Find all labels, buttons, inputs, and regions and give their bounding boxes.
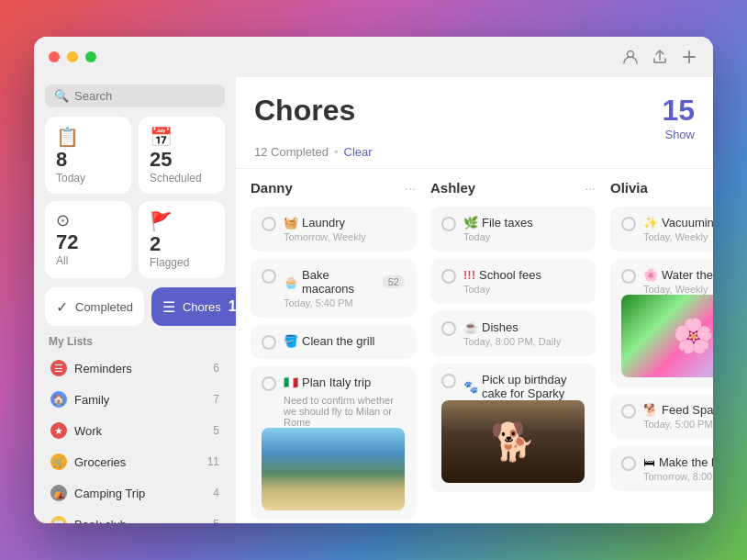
my-lists-header: My Lists [45,331,225,350]
dog-image: 🐕 [441,400,585,483]
task-sub: Today [463,231,533,242]
close-button[interactable] [49,51,60,62]
task-checkbox[interactable] [441,374,456,388]
task-title: Make the bed [659,455,713,469]
task-feed-sparky[interactable]: 🐕 Feed Sparky Today, 5:00 PM, Daily [610,394,713,439]
smart-card-today[interactable]: 📋 8 Today [45,117,131,194]
col-name-olivia: Olivia [610,180,648,196]
completed-item[interactable]: ✓ Completed [45,287,144,326]
column-ashley: Ashley ··· 🌿 File taxes Today [430,180,596,512]
task-checkbox[interactable] [262,269,276,284]
search-bar[interactable]: 🔍 [45,84,225,107]
list-item-family[interactable]: 🏠 Family 7 [45,386,225,412]
task-dishes[interactable]: ☕ Dishes Today, 8:00 PM, Daily [430,311,596,356]
camping-icon: ⛺ [50,485,67,501]
minimize-button[interactable] [67,51,78,62]
task-macarons[interactable]: 🧁 Bake macarons 52 Today, 5:40 PM [251,259,416,318]
chores-icon: ☰ [162,298,175,316]
task-sub: Tomorrow, Weekly [284,231,366,242]
task-emoji: ☕ [463,320,478,334]
content: 🔍 📋 8 Today 📅 25 Scheduled ⊙ 72 [34,77,713,523]
completed-chores-row: ✓ Completed ☰ Chores 15 😊 [45,287,225,326]
main-subtitle: 12 Completed • Clear [254,145,695,159]
today-label: Today [56,172,120,185]
task-water-plants[interactable]: 🌸 Water the plants Today, Weekly 🌸 [610,259,713,386]
completed-text: 12 Completed [254,145,329,159]
task-sub: Today, 8:00 PM, Daily [463,336,561,347]
col-menu-ashley[interactable]: ··· [585,181,596,196]
task-title: Vacuuming [662,216,713,230]
task-make-bed[interactable]: 🛏 Make the bed Tomorrow, 8:00 AM, Daily [610,446,713,491]
bookclub-label: Book club [74,518,206,524]
task-emoji: 🌿 [463,216,478,230]
main-title-row: Chores 15 Show [254,94,695,141]
scheduled-label: Scheduled [150,172,214,185]
clear-button[interactable]: Clear [344,145,373,159]
task-grill[interactable]: 🪣 Clean the grill [251,325,416,359]
task-italy[interactable]: 🇮🇹 Plan Italy trip Need to confirm wheth… [251,366,416,520]
task-vacuuming[interactable]: ✨ Vacuuming Today, Weekly [610,207,713,252]
list-item-bookclub[interactable]: 📖 Book club 5 [45,511,225,523]
smart-card-scheduled[interactable]: 📅 25 Scheduled [139,117,225,194]
reminders-label: Reminders [74,362,206,375]
task-title: Laundry [302,216,345,230]
task-birthday-cake[interactable]: 🐾 Pick up birthday cake for Sparky 🐕 [430,364,596,492]
task-title: Dishes [482,320,518,334]
task-checkbox[interactable] [621,456,636,471]
task-checkbox[interactable] [621,404,636,419]
titlebar-actions [621,48,698,66]
maximize-button[interactable] [85,51,96,62]
smart-card-flagged[interactable]: 🚩 2 Flagged [139,201,225,278]
task-title: Clean the grill [302,334,375,348]
smart-card-all[interactable]: ⊙ 72 All [45,201,131,278]
all-icon: ⊙ [56,210,120,230]
show-button[interactable]: Show [664,128,695,141]
task-checkbox[interactable] [262,376,276,391]
task-sub: Tomorrow, 8:00 AM, Daily [643,471,713,482]
bookclub-icon: 📖 [50,516,67,523]
search-input[interactable] [74,89,216,103]
add-icon[interactable] [680,48,698,66]
task-emoji: 🧁 [284,275,298,289]
flagged-count: 2 [150,234,214,254]
task-taxes[interactable]: 🌿 File taxes Today [430,207,596,252]
task-checkbox[interactable] [262,335,276,350]
task-checkbox[interactable] [441,321,456,336]
share-icon[interactable] [651,48,669,66]
camping-label: Camping Trip [74,487,206,500]
list-item-camping[interactable]: ⛺ Camping Trip 4 [45,480,225,506]
work-icon: ★ [50,422,67,439]
task-title: Bake macarons [302,268,379,296]
task-emoji: 🇮🇹 [284,375,298,389]
task-title: Feed Sparky [662,403,713,417]
task-emoji: 🧺 [284,216,298,230]
chores-count: 15 [229,298,236,315]
task-school-fees[interactable]: !!! School fees Today [430,259,596,304]
task-columns: Danny ··· 🧺 Laundry Tomorrow, Weekly [236,169,713,523]
chores-item[interactable]: ☰ Chores 15 😊 [151,287,236,326]
task-checkbox[interactable] [262,217,276,231]
col-header-danny: Danny ··· [251,180,416,196]
task-checkbox[interactable] [441,269,456,284]
task-emoji: ✨ [643,216,658,230]
task-title: Plan Italy trip [302,375,371,389]
search-icon: 🔍 [54,89,69,103]
list-item-groceries[interactable]: 🛒 Groceries 11 [45,449,225,475]
app-window: 🔍 📋 8 Today 📅 25 Scheduled ⊙ 72 [34,37,713,523]
task-laundry[interactable]: 🧺 Laundry Tomorrow, Weekly [251,207,416,252]
task-checkbox[interactable] [441,217,456,231]
task-checkbox[interactable] [621,269,636,284]
work-label: Work [74,424,206,438]
page-title: Chores [254,94,355,128]
col-header-olivia: Olivia ··· [610,180,713,196]
list-item-work[interactable]: ★ Work 5 [45,418,225,443]
task-emoji: 🪣 [284,334,298,348]
person-icon[interactable] [621,48,640,66]
task-emoji: 🐾 [463,380,478,394]
main-content: Chores 15 Show 12 Completed • Clear Dann… [236,77,713,523]
groceries-count: 11 [207,455,219,468]
list-item-reminders[interactable]: ☰ Reminders 6 [45,355,225,381]
task-checkbox[interactable] [621,217,636,231]
family-label: Family [74,393,206,407]
col-menu-danny[interactable]: ··· [405,181,416,196]
